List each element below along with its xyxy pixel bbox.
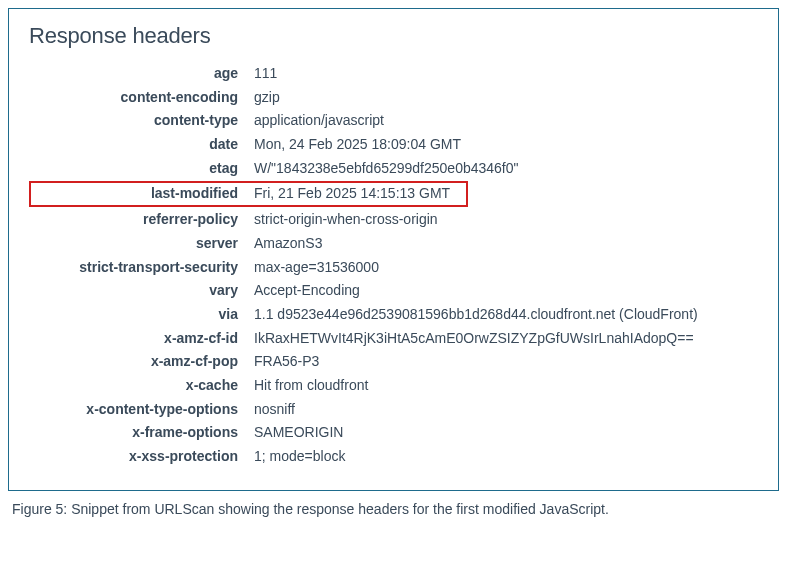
headers-table: age111content-encodinggzipcontent-typeap… [29, 63, 758, 468]
header-value: AmazonS3 [254, 233, 758, 255]
header-value: gzip [254, 87, 758, 109]
header-row: serverAmazonS3 [29, 233, 758, 255]
header-key: x-content-type-options [29, 399, 254, 421]
header-key: via [29, 304, 254, 326]
header-row: varyAccept-Encoding [29, 280, 758, 302]
header-row: x-content-type-optionsnosniff [29, 399, 758, 421]
header-row: dateMon, 24 Feb 2025 18:09:04 GMT [29, 134, 758, 156]
header-key: x-frame-options [29, 422, 254, 444]
header-row: x-cacheHit from cloudfront [29, 375, 758, 397]
header-key: date [29, 134, 254, 156]
header-key: last-modified [31, 183, 254, 205]
highlighted-header: last-modifiedFri, 21 Feb 2025 14:15:13 G… [29, 181, 468, 207]
header-key: referrer-policy [29, 209, 254, 231]
header-row: referrer-policystrict-origin-when-cross-… [29, 209, 758, 231]
header-row: x-xss-protection1; mode=block [29, 446, 758, 468]
header-row: age111 [29, 63, 758, 85]
panel-title: Response headers [29, 23, 758, 49]
header-key: age [29, 63, 254, 85]
header-value: 1.1 d9523e44e96d2539081596bb1d268d44.clo… [254, 304, 758, 326]
header-value: Accept-Encoding [254, 280, 758, 302]
header-value: SAMEORIGIN [254, 422, 758, 444]
response-headers-panel: Response headers age111content-encodingg… [8, 8, 779, 491]
header-value: max-age=31536000 [254, 257, 758, 279]
header-value: 111 [254, 63, 758, 85]
figure-caption: Figure 5: Snippet from URLScan showing t… [8, 501, 779, 517]
header-row: x-amz-cf-idIkRaxHETWvIt4RjK3iHtA5cAmE0Or… [29, 328, 758, 350]
header-row: etagW/"1843238e5ebfd65299df250e0b4346f0" [29, 158, 758, 180]
header-key: content-type [29, 110, 254, 132]
header-value: Fri, 21 Feb 2025 14:15:13 GMT [254, 183, 458, 205]
header-key: x-amz-cf-pop [29, 351, 254, 373]
header-key: strict-transport-security [29, 257, 254, 279]
header-key: etag [29, 158, 254, 180]
header-value: FRA56-P3 [254, 351, 758, 373]
header-row: content-encodinggzip [29, 87, 758, 109]
header-key: x-xss-protection [29, 446, 254, 468]
header-value: W/"1843238e5ebfd65299df250e0b4346f0" [254, 158, 758, 180]
header-value: Hit from cloudfront [254, 375, 758, 397]
header-row: x-frame-optionsSAMEORIGIN [29, 422, 758, 444]
header-key: content-encoding [29, 87, 254, 109]
header-key: x-cache [29, 375, 254, 397]
header-row: content-typeapplication/javascript [29, 110, 758, 132]
header-value: 1; mode=block [254, 446, 758, 468]
header-value: Mon, 24 Feb 2025 18:09:04 GMT [254, 134, 758, 156]
header-key: x-amz-cf-id [29, 328, 254, 350]
header-value: IkRaxHETWvIt4RjK3iHtA5cAmE0OrwZSIZYZpGfU… [254, 328, 758, 350]
header-key: server [29, 233, 254, 255]
header-row: via1.1 d9523e44e96d2539081596bb1d268d44.… [29, 304, 758, 326]
header-row: strict-transport-securitymax-age=3153600… [29, 257, 758, 279]
header-key: vary [29, 280, 254, 302]
header-value: application/javascript [254, 110, 758, 132]
header-value: strict-origin-when-cross-origin [254, 209, 758, 231]
header-value: nosniff [254, 399, 758, 421]
header-row: x-amz-cf-popFRA56-P3 [29, 351, 758, 373]
